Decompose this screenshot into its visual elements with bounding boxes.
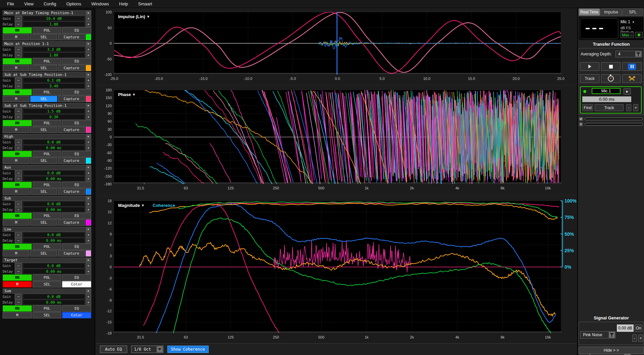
strip-title[interactable]: Sub▼ (3, 196, 91, 201)
chevron-down-icon[interactable]: ▼ (85, 258, 91, 262)
gain-increment-button[interactable]: + (86, 139, 91, 145)
chevron-down-icon[interactable]: ▼ (85, 227, 91, 231)
delay-decrement-button[interactable]: − (15, 145, 22, 150)
show-coherence-button[interactable]: Show Coherence (167, 346, 209, 353)
gain-decrement-button[interactable]: − (15, 232, 22, 237)
chevron-down-icon[interactable]: ▼ (85, 73, 91, 77)
gain-decrement-button[interactable]: − (15, 170, 22, 176)
delay-increment-button[interactable]: + (86, 176, 91, 181)
strip-title[interactable]: Low▼ (3, 227, 91, 232)
gain-increment-button[interactable]: + (86, 16, 91, 21)
gain-increment-button[interactable]: + (86, 201, 91, 207)
delay-increment-button[interactable]: + (86, 21, 91, 27)
menu-item-windows[interactable]: Windows (86, 0, 114, 8)
delay-increment-button[interactable]: + (86, 52, 91, 58)
capture-button[interactable]: Capture (58, 96, 85, 102)
on-button[interactable]: ON (3, 151, 32, 157)
trace-color-swatch[interactable] (86, 188, 91, 195)
delay-increment-button[interactable]: + (86, 269, 91, 274)
select-button[interactable]: SEL (30, 219, 57, 226)
eq-button[interactable]: EQ (62, 213, 91, 219)
gain-increment-button[interactable]: + (86, 108, 91, 114)
capture-button[interactable]: Capture (58, 127, 85, 133)
gain-increment-button[interactable]: + (86, 294, 91, 299)
select-button[interactable]: SEL (30, 188, 57, 195)
chevron-down-icon[interactable]: ▼ (85, 196, 91, 201)
trace-color-swatch[interactable] (86, 65, 91, 71)
menu-item-view[interactable]: View (19, 0, 39, 8)
tools-button[interactable] (622, 74, 642, 83)
track-button[interactable]: Track (580, 74, 599, 83)
gain-increment-button[interactable]: + (86, 170, 91, 176)
eq-button[interactable]: EQ (62, 120, 91, 126)
mute-button[interactable]: M (3, 312, 32, 318)
select-button[interactable]: SEL (30, 127, 57, 133)
trace-color-swatch[interactable] (86, 96, 91, 102)
strip-title[interactable]: Main at Position 1-1▼ (3, 41, 91, 46)
meter-channel-select[interactable]: Mic 1▼ (621, 19, 635, 24)
on-button[interactable]: ON (3, 213, 32, 219)
on-button[interactable]: ON (3, 305, 32, 312)
delay-increment-button[interactable]: + (86, 145, 91, 150)
mute-button[interactable]: M (3, 34, 30, 40)
eq-button[interactable]: EQ (62, 305, 91, 312)
generator-level-field[interactable]: 0.00 dB (617, 324, 634, 332)
capture-button[interactable]: Capture (58, 188, 85, 195)
capture-button[interactable]: Capture (58, 34, 85, 40)
trace-color-swatch[interactable] (86, 34, 91, 40)
strip-title[interactable]: Sum▼ (3, 289, 91, 294)
on-button[interactable]: ON (3, 243, 32, 250)
on-button[interactable]: ON (3, 27, 32, 34)
gain-decrement-button[interactable]: − (15, 201, 22, 207)
mute-button[interactable]: M (3, 127, 30, 133)
capture-button[interactable]: Capture (58, 219, 85, 226)
auto-eq-button[interactable]: Auto EQ (100, 346, 127, 353)
mute-button[interactable]: M (3, 281, 32, 287)
meter-max-button[interactable]: Max -- (621, 32, 634, 38)
select-button[interactable]: SEL (30, 65, 57, 71)
chevron-down-icon[interactable]: ▼ (85, 165, 91, 170)
eq-button[interactable]: EQ (62, 182, 91, 188)
on-button[interactable]: ON (3, 182, 32, 188)
delay-increment-button[interactable]: + (86, 114, 91, 120)
pause-button[interactable] (622, 62, 642, 71)
select-button[interactable]: SEL (30, 96, 57, 102)
strip-title[interactable]: Sub at Sub Timing Position-1▼ (3, 103, 91, 108)
generator-on-button[interactable]: On (635, 324, 642, 332)
delay-decrement-button[interactable]: − (15, 238, 22, 243)
delay-decrement-button[interactable]: − (15, 83, 22, 89)
tracking-next-button[interactable] (624, 88, 631, 95)
delay-increment-button[interactable]: + (86, 238, 91, 243)
gain-increment-button[interactable]: + (86, 232, 91, 237)
hide-panel-button[interactable]: Hide > > (579, 347, 644, 354)
mute-button[interactable]: M (3, 188, 30, 195)
trace-color-swatch[interactable] (86, 250, 91, 257)
gain-decrement-button[interactable]: − (15, 78, 22, 83)
polarity-button[interactable]: POL (33, 120, 62, 126)
delay-decrement-button[interactable]: − (15, 176, 22, 181)
select-button[interactable]: SEL (30, 250, 57, 257)
tab-spl[interactable]: SPL (622, 8, 643, 16)
capture-button[interactable]: Capture (58, 158, 85, 164)
delay-decrement-button[interactable]: - (626, 104, 631, 111)
polarity-button[interactable]: POL (33, 58, 62, 64)
capture-button[interactable]: Capture (58, 250, 85, 257)
delay-decrement-button[interactable]: − (15, 300, 22, 305)
chevron-down-icon[interactable]: ▼ (85, 42, 91, 46)
delay-increment-button[interactable]: + (86, 207, 91, 212)
meter-arm-button[interactable] (635, 32, 643, 38)
stop-button[interactable] (601, 62, 621, 71)
gain-decrement-button[interactable]: − (15, 294, 22, 299)
chevron-down-icon[interactable]: ▼ (85, 103, 91, 108)
eq-button[interactable]: EQ (62, 89, 91, 95)
gain-increment-button[interactable]: + (86, 78, 91, 83)
charts-canvas[interactable]: 100500-50-100-25.0-20.0-15.0-10.0-5.00.0… (0, 0, 644, 355)
trace-color-swatch[interactable] (86, 158, 91, 164)
tracking-mic-field[interactable]: Mic 1 (592, 88, 621, 94)
gain-decrement-button[interactable]: − (15, 139, 22, 145)
on-button[interactable]: ON (3, 120, 32, 126)
polarity-button[interactable]: POL (33, 305, 62, 312)
gain-decrement-button[interactable]: − (15, 16, 22, 21)
trace-color-swatch[interactable] (86, 127, 91, 133)
delay-decrement-button[interactable]: − (15, 114, 22, 120)
